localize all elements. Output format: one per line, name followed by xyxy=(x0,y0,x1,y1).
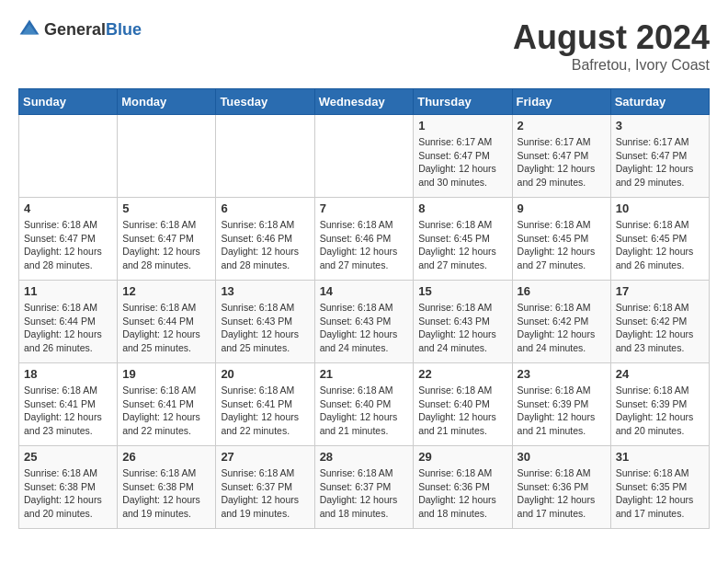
logo-blue: Blue xyxy=(106,20,142,39)
logo-icon xyxy=(18,18,40,40)
day-number: 12 xyxy=(122,284,210,298)
day-info: Sunrise: 6:18 AMSunset: 6:45 PMDaylight:… xyxy=(418,218,506,272)
day-cell: 28Sunrise: 6:18 AMSunset: 6:37 PMDayligh… xyxy=(314,446,414,529)
day-cell: 13Sunrise: 6:18 AMSunset: 6:43 PMDayligh… xyxy=(216,281,314,363)
day-cell: 26Sunrise: 6:18 AMSunset: 6:38 PMDayligh… xyxy=(118,446,216,529)
day-number: 19 xyxy=(122,367,210,381)
day-number: 17 xyxy=(616,284,704,298)
day-number: 24 xyxy=(616,367,704,381)
month-year: August 2024 xyxy=(513,18,710,57)
day-info: Sunrise: 6:18 AMSunset: 6:43 PMDaylight:… xyxy=(418,301,506,355)
calendar-body: 1Sunrise: 6:17 AMSunset: 6:47 PMDaylight… xyxy=(19,115,710,529)
day-cell: 23Sunrise: 6:18 AMSunset: 6:39 PMDayligh… xyxy=(512,363,610,446)
day-info: Sunrise: 6:18 AMSunset: 6:42 PMDaylight:… xyxy=(616,301,704,355)
day-number: 4 xyxy=(24,201,112,215)
day-number: 21 xyxy=(320,367,409,381)
day-cell: 16Sunrise: 6:18 AMSunset: 6:42 PMDayligh… xyxy=(512,281,610,363)
day-number: 27 xyxy=(221,450,309,464)
day-number: 25 xyxy=(24,450,112,464)
day-number: 23 xyxy=(518,367,606,381)
day-number: 30 xyxy=(518,450,606,464)
day-info: Sunrise: 6:18 AMSunset: 6:36 PMDaylight:… xyxy=(518,466,606,521)
day-header-saturday: Saturday xyxy=(610,89,709,115)
day-number: 1 xyxy=(418,119,506,132)
day-cell: 17Sunrise: 6:18 AMSunset: 6:42 PMDayligh… xyxy=(610,281,709,363)
logo: GeneralBlue xyxy=(18,18,142,40)
day-info: Sunrise: 6:18 AMSunset: 6:45 PMDaylight:… xyxy=(616,218,704,272)
day-number: 22 xyxy=(418,367,506,381)
week-row-3: 11Sunrise: 6:18 AMSunset: 6:44 PMDayligh… xyxy=(19,281,710,363)
day-header-friday: Friday xyxy=(512,89,610,115)
day-cell: 8Sunrise: 6:18 AMSunset: 6:45 PMDaylight… xyxy=(414,198,512,281)
day-cell: 19Sunrise: 6:18 AMSunset: 6:41 PMDayligh… xyxy=(118,363,216,446)
week-row-5: 25Sunrise: 6:18 AMSunset: 6:38 PMDayligh… xyxy=(19,446,710,529)
week-row-2: 4Sunrise: 6:18 AMSunset: 6:47 PMDaylight… xyxy=(19,198,710,281)
day-header-tuesday: Tuesday xyxy=(216,89,314,115)
day-info: Sunrise: 6:18 AMSunset: 6:38 PMDaylight:… xyxy=(122,466,210,521)
day-info: Sunrise: 6:18 AMSunset: 6:38 PMDaylight:… xyxy=(24,466,112,521)
day-cell: 20Sunrise: 6:18 AMSunset: 6:41 PMDayligh… xyxy=(216,363,314,446)
day-number: 3 xyxy=(616,119,704,132)
day-cell: 31Sunrise: 6:18 AMSunset: 6:35 PMDayligh… xyxy=(610,446,709,529)
day-cell: 27Sunrise: 6:18 AMSunset: 6:37 PMDayligh… xyxy=(216,446,314,529)
day-cell: 18Sunrise: 6:18 AMSunset: 6:41 PMDayligh… xyxy=(19,363,118,446)
day-info: Sunrise: 6:17 AMSunset: 6:47 PMDaylight:… xyxy=(616,135,704,190)
day-cell: 11Sunrise: 6:18 AMSunset: 6:44 PMDayligh… xyxy=(19,281,118,363)
day-info: Sunrise: 6:18 AMSunset: 6:37 PMDaylight:… xyxy=(221,466,309,521)
day-number: 29 xyxy=(418,450,506,464)
location: Bafretou, Ivory Coast xyxy=(513,57,710,74)
day-number: 13 xyxy=(221,284,309,298)
day-info: Sunrise: 6:18 AMSunset: 6:43 PMDaylight:… xyxy=(221,301,309,355)
day-cell xyxy=(19,115,118,198)
day-number: 11 xyxy=(24,284,112,298)
logo-general: General xyxy=(44,20,106,39)
day-info: Sunrise: 6:17 AMSunset: 6:47 PMDaylight:… xyxy=(518,135,606,190)
day-info: Sunrise: 6:18 AMSunset: 6:45 PMDaylight:… xyxy=(518,218,606,272)
day-cell: 21Sunrise: 6:18 AMSunset: 6:40 PMDayligh… xyxy=(314,363,414,446)
calendar-header: SundayMondayTuesdayWednesdayThursdayFrid… xyxy=(19,89,710,115)
day-number: 5 xyxy=(122,201,210,215)
page-header: GeneralBlue August 2024 Bafretou, Ivory … xyxy=(18,18,710,74)
week-row-1: 1Sunrise: 6:17 AMSunset: 6:47 PMDaylight… xyxy=(19,115,710,198)
day-cell: 6Sunrise: 6:18 AMSunset: 6:46 PMDaylight… xyxy=(216,198,314,281)
day-number: 14 xyxy=(320,284,409,298)
calendar-table: SundayMondayTuesdayWednesdayThursdayFrid… xyxy=(18,88,710,529)
day-info: Sunrise: 6:18 AMSunset: 6:39 PMDaylight:… xyxy=(616,384,704,438)
day-info: Sunrise: 6:18 AMSunset: 6:46 PMDaylight:… xyxy=(221,218,309,272)
day-info: Sunrise: 6:18 AMSunset: 6:43 PMDaylight:… xyxy=(320,301,409,355)
day-cell xyxy=(314,115,414,198)
day-cell: 3Sunrise: 6:17 AMSunset: 6:47 PMDaylight… xyxy=(610,115,709,198)
day-number: 18 xyxy=(24,367,112,381)
day-info: Sunrise: 6:18 AMSunset: 6:36 PMDaylight:… xyxy=(418,466,506,521)
day-number: 31 xyxy=(616,450,704,464)
day-info: Sunrise: 6:18 AMSunset: 6:41 PMDaylight:… xyxy=(24,384,112,438)
day-header-thursday: Thursday xyxy=(414,89,512,115)
day-info: Sunrise: 6:18 AMSunset: 6:44 PMDaylight:… xyxy=(24,301,112,355)
day-number: 16 xyxy=(518,284,606,298)
day-info: Sunrise: 6:18 AMSunset: 6:47 PMDaylight:… xyxy=(24,218,112,272)
week-row-4: 18Sunrise: 6:18 AMSunset: 6:41 PMDayligh… xyxy=(19,363,710,446)
day-cell: 29Sunrise: 6:18 AMSunset: 6:36 PMDayligh… xyxy=(414,446,512,529)
day-cell: 1Sunrise: 6:17 AMSunset: 6:47 PMDaylight… xyxy=(414,115,512,198)
day-cell: 4Sunrise: 6:18 AMSunset: 6:47 PMDaylight… xyxy=(19,198,118,281)
day-cell: 2Sunrise: 6:17 AMSunset: 6:47 PMDaylight… xyxy=(512,115,610,198)
day-info: Sunrise: 6:18 AMSunset: 6:40 PMDaylight:… xyxy=(320,384,409,438)
day-number: 2 xyxy=(518,119,606,132)
day-cell xyxy=(216,115,314,198)
day-number: 20 xyxy=(221,367,309,381)
day-number: 28 xyxy=(320,450,409,464)
day-cell xyxy=(118,115,216,198)
day-number: 6 xyxy=(221,201,309,215)
day-number: 9 xyxy=(518,201,606,215)
day-cell: 5Sunrise: 6:18 AMSunset: 6:47 PMDaylight… xyxy=(118,198,216,281)
day-number: 15 xyxy=(418,284,506,298)
day-cell: 7Sunrise: 6:18 AMSunset: 6:46 PMDaylight… xyxy=(314,198,414,281)
day-cell: 25Sunrise: 6:18 AMSunset: 6:38 PMDayligh… xyxy=(19,446,118,529)
day-header-monday: Monday xyxy=(118,89,216,115)
day-info: Sunrise: 6:18 AMSunset: 6:40 PMDaylight:… xyxy=(418,384,506,438)
day-info: Sunrise: 6:18 AMSunset: 6:47 PMDaylight:… xyxy=(122,218,210,272)
day-number: 8 xyxy=(418,201,506,215)
title-block: August 2024 Bafretou, Ivory Coast xyxy=(513,18,710,74)
day-info: Sunrise: 6:18 AMSunset: 6:41 PMDaylight:… xyxy=(221,384,309,438)
day-cell: 24Sunrise: 6:18 AMSunset: 6:39 PMDayligh… xyxy=(610,363,709,446)
